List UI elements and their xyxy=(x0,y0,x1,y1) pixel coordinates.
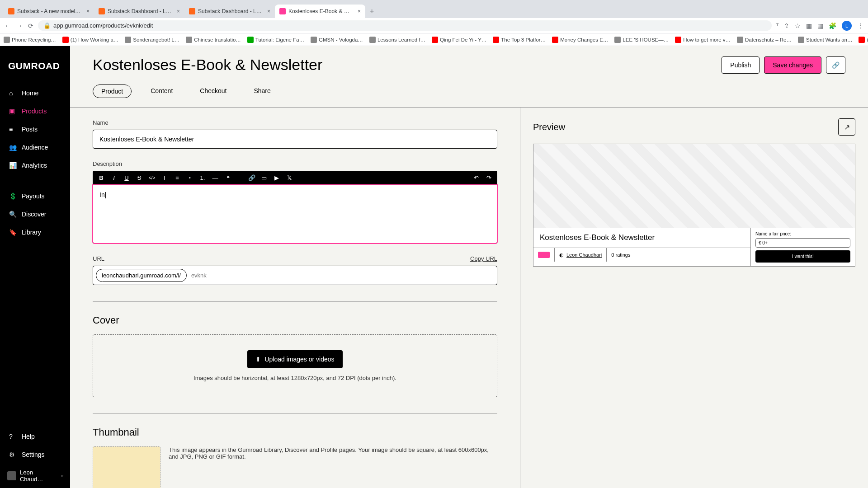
browser-tab[interactable]: Substack Dashboard - Leon's× xyxy=(184,5,275,18)
text-style-icon[interactable]: T xyxy=(161,174,168,181)
sidebar-item-audience[interactable]: 👥Audience xyxy=(0,138,70,156)
copy-url-link[interactable]: Copy URL xyxy=(470,255,497,262)
sidebar-item-discover[interactable]: 🔍Discover xyxy=(0,205,70,223)
preview-price-badge xyxy=(533,248,555,262)
description-editor[interactable]: In| xyxy=(93,185,497,244)
publish-button[interactable]: Publish xyxy=(722,56,760,74)
expand-preview-button[interactable]: ↗ xyxy=(838,118,855,136)
undo-icon[interactable]: ↶ xyxy=(473,174,479,181)
video-icon[interactable]: ▭ xyxy=(261,174,267,181)
bookmark-item[interactable]: Phone Recycling… xyxy=(4,37,56,43)
avatar xyxy=(7,471,16,480)
thumbnail-dropzone[interactable]: Upload xyxy=(93,446,160,488)
bookmark-label: Phone Recycling… xyxy=(12,37,56,42)
sidebar-item-home[interactable]: ⌂Home xyxy=(0,84,70,102)
image-icon[interactable]: 🔗 xyxy=(248,174,255,181)
code-icon[interactable]: </> xyxy=(149,175,155,180)
strike-icon[interactable]: S xyxy=(136,174,142,181)
url-slug-input[interactable] xyxy=(187,272,272,279)
extension-icon[interactable]: ▦ xyxy=(806,22,812,29)
ai-sparkle-icon[interactable]: 𝕏 xyxy=(286,174,292,181)
price-label: Name a fair price: xyxy=(755,231,850,236)
menu-icon[interactable]: ⋮ xyxy=(857,22,863,29)
numbered-list-icon[interactable]: • xyxy=(187,175,193,180)
bookmark-label: Qing Fei De Yi - Y… xyxy=(440,37,486,42)
bookmark-item[interactable]: (1) How Working a… xyxy=(62,37,119,43)
tab-close-icon[interactable]: × xyxy=(86,8,90,14)
forward-icon[interactable]: → xyxy=(16,22,23,29)
twitter-icon[interactable]: ▶ xyxy=(274,174,280,181)
bookmark-item[interactable]: The Top 3 Platfor… xyxy=(493,37,546,43)
bookmark-favicon-icon xyxy=(311,37,317,43)
reload-icon[interactable]: ⟳ xyxy=(28,22,33,29)
bookmark-item[interactable]: (2) How To Add A… xyxy=(859,37,868,43)
bookmark-item[interactable]: Chinese translatio… xyxy=(186,37,241,43)
bookmark-item[interactable]: Money Changes E… xyxy=(552,37,608,43)
bookmark-item[interactable]: Qing Fei De Yi - Y… xyxy=(432,37,486,43)
bold-icon[interactable]: B xyxy=(98,174,104,181)
tab-checkout[interactable]: Checkout xyxy=(192,84,235,98)
tab-content[interactable]: Content xyxy=(142,84,181,98)
bookmark-item[interactable]: Datenschutz – Re… xyxy=(737,37,792,43)
hr-icon[interactable]: 1. xyxy=(199,174,206,181)
sidebar-item-help[interactable]: ?Help xyxy=(0,427,70,446)
tab-favicon-icon xyxy=(99,8,105,14)
preview-cover-placeholder xyxy=(533,144,855,228)
tab-favicon-icon xyxy=(8,8,14,14)
bookmark-item[interactable]: GMSN - Vologda… xyxy=(311,37,363,43)
link-icon[interactable]: ❝ xyxy=(225,174,231,181)
save-changes-button[interactable]: Save changes xyxy=(764,56,821,74)
bullet-list-icon[interactable]: ≡ xyxy=(174,174,180,181)
link-button[interactable]: 🔗 xyxy=(826,56,845,74)
sidebar-item-posts[interactable]: ≡Posts xyxy=(0,120,70,138)
bookmark-favicon-icon xyxy=(432,37,438,43)
price-input[interactable]: € 0+ xyxy=(755,238,850,248)
preview-author: ◐Leon Chaudhari xyxy=(555,248,607,262)
italic-icon[interactable]: I xyxy=(111,174,117,181)
preview-title: Preview xyxy=(533,122,565,132)
sidebar-item-library[interactable]: 🔖Library xyxy=(0,223,70,241)
star-icon[interactable]: ☆ xyxy=(795,22,801,29)
i-want-this-button[interactable]: I want this! xyxy=(755,250,850,263)
page-title: Kostenloses E-Book & Newsletter xyxy=(93,56,322,74)
new-tab-button[interactable]: + xyxy=(365,5,378,18)
upload-cover-button[interactable]: ⬆Upload images or videos xyxy=(247,350,342,368)
bookmark-item[interactable]: How to get more v… xyxy=(675,37,731,43)
translate-icon[interactable]: ᵀ xyxy=(776,22,778,29)
tab-close-icon[interactable]: × xyxy=(177,8,180,14)
name-input[interactable] xyxy=(93,130,497,149)
subnav: Product Content Checkout Share xyxy=(93,84,845,98)
profile-avatar[interactable]: L xyxy=(842,21,852,31)
browser-tab-active[interactable]: Kostenloses E-Book & Newslet× xyxy=(275,5,365,18)
extensions-puzzle-icon[interactable]: 🧩 xyxy=(829,22,836,29)
back-icon[interactable]: ← xyxy=(5,22,11,29)
bookmark-item[interactable]: Student Wants an… xyxy=(798,37,853,43)
omnibox[interactable]: 🔒 app.gumroad.com/products/evknk/edit xyxy=(38,20,772,31)
user-name: Leon Chaud… xyxy=(20,469,58,483)
tab-share[interactable]: Share xyxy=(245,84,278,98)
sidebar-item-label: Posts xyxy=(22,126,38,133)
extension-icon[interactable]: ▦ xyxy=(817,22,823,29)
sidebar-user[interactable]: Leon Chaud…› xyxy=(0,464,70,488)
bookmark-label: The Top 3 Platfor… xyxy=(501,37,546,42)
bookmark-item[interactable]: Lessons Learned f… xyxy=(369,37,425,43)
sidebar-item-products[interactable]: ▣Products xyxy=(0,102,70,120)
browser-tab[interactable]: Substack Dashboard - Leon's× xyxy=(94,5,184,18)
sidebar-item-payouts[interactable]: 💲Payouts xyxy=(0,187,70,205)
browser-tab[interactable]: Substack - A new model for p…× xyxy=(4,5,94,18)
cover-dropzone[interactable]: ⬆Upload images or videos Images should b… xyxy=(93,334,497,397)
bookmark-item[interactable]: Tutorial: Eigene Fa… xyxy=(247,37,304,43)
quote-icon[interactable]: ― xyxy=(212,174,218,181)
sidebar-item-settings[interactable]: ⚙Settings xyxy=(0,446,70,464)
tab-close-icon[interactable]: × xyxy=(267,8,270,14)
description-text: In| xyxy=(99,191,106,198)
bookmark-item[interactable]: Sonderangebot! L… xyxy=(125,37,179,43)
bookmark-label: Lessons Learned f… xyxy=(377,37,425,42)
bookmark-item[interactable]: LEE 'S HOUSE—… xyxy=(614,37,669,43)
underline-icon[interactable]: U xyxy=(123,174,130,181)
tab-product[interactable]: Product xyxy=(93,84,132,98)
sidebar-item-analytics[interactable]: 📊Analytics xyxy=(0,156,70,174)
redo-icon[interactable]: ↷ xyxy=(486,174,492,181)
share-icon[interactable]: ⇪ xyxy=(784,22,789,29)
tab-close-icon[interactable]: × xyxy=(358,8,361,14)
